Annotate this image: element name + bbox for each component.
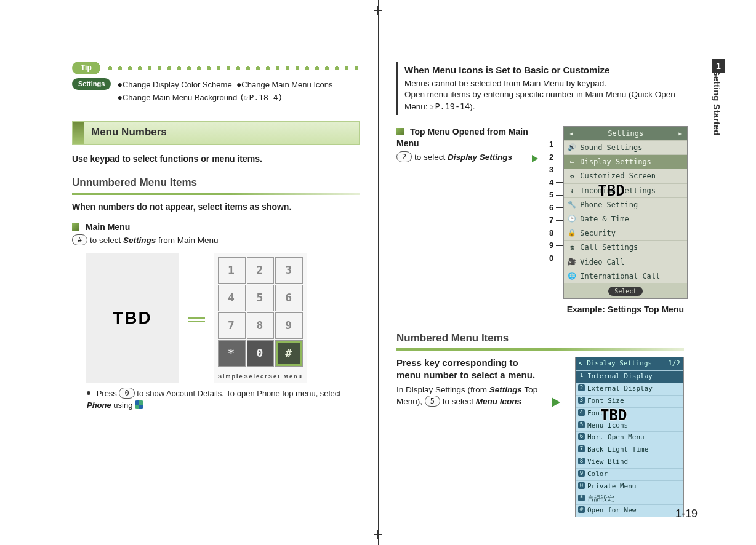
keypad-cell-4: 4	[218, 285, 246, 311]
tip-badge: Tip	[72, 62, 100, 74]
arrow-icon	[552, 397, 565, 407]
list-item: 🔧Phone Setting	[564, 197, 687, 212]
square-bullet-icon	[72, 223, 79, 231]
list-item: 1Internal Display	[576, 370, 683, 383]
nav-left-icon: ◂	[569, 129, 573, 138]
softkey-setmenu: Set Menu	[268, 373, 303, 380]
keypad-cell-7: 7	[218, 312, 246, 339]
list-item: 0Private Menu	[576, 480, 683, 493]
keypad-cell-8: 8	[247, 312, 275, 339]
keypad-cell-0: 0	[247, 340, 275, 367]
keypad-cell-3: 3	[275, 257, 303, 284]
list-item: 2External Display	[576, 383, 683, 395]
numbered-instruction: In Display Settings (from Settings Top M…	[396, 384, 542, 407]
softkey-select: Select	[244, 373, 268, 380]
settings-top-menu-screenshot: ◂ Settings ▸ 🔊Sound Settings ▭Display Se…	[563, 126, 688, 300]
list-item: 5Menu Icons	[576, 420, 683, 432]
list-item: 7Back Light Time	[576, 444, 683, 456]
main-menu-instruction: to select Settings from Main Menu	[90, 236, 219, 245]
dot-rule	[105, 65, 360, 72]
list-item: 9Color	[576, 468, 683, 480]
keypad-cell-1: 1	[218, 257, 246, 284]
list-item: 8View Blind	[576, 456, 683, 468]
list-item: *言語設定	[576, 493, 683, 505]
list-item: ▭Display Settings	[564, 154, 687, 169]
figure-note: Press 0 to show Account Details. To open…	[87, 388, 360, 411]
keypad-mapping-figure: 1 2 3 4 5 6 7 8 9 * 0 # Simple Select Se…	[214, 253, 307, 383]
nav-key-icon	[135, 400, 143, 409]
key-2-icon: 2	[396, 151, 412, 162]
example-caption: Example: Settings Top Menu	[396, 304, 684, 316]
page-number: 1-19	[675, 507, 698, 520]
list-item: 🎥Video Call	[564, 255, 687, 269]
softkey-simple: Simple	[218, 373, 244, 380]
settings-badge: Settings	[72, 78, 111, 90]
tip-text: ●Change Display Color Scheme ●Change Mai…	[117, 78, 332, 104]
list-item: 🌐International Call	[564, 269, 687, 283]
list-item: ✿Customized Screen	[564, 169, 687, 183]
display-settings-screenshot: ↖ Display Settings 1/2 1Internal Display…	[575, 357, 684, 517]
nav-right-icon: ▸	[678, 129, 682, 138]
basic-customize-note: When Menu Icons is Set to Basic or Custo…	[396, 62, 684, 115]
zero-key-icon: 0	[119, 388, 134, 399]
menu-numbers-intro: Use keypad to select functions or menu i…	[72, 153, 360, 165]
chapter-title-tab: Getting Started	[712, 69, 722, 135]
hash-key-icon: #	[72, 234, 87, 245]
key-5-icon: 5	[425, 396, 440, 407]
numbered-heading: Numbered Menu Items	[396, 332, 684, 346]
keypad-cell-6: 6	[275, 285, 303, 311]
list-item: 🕒Date & Time	[564, 212, 687, 226]
list-item: #Open for New	[576, 504, 683, 517]
equals-icon	[188, 317, 205, 319]
square-bullet-icon	[396, 128, 404, 135]
softkey-select: Select	[608, 287, 643, 296]
top-menu-heading: Top Menu Opened from Main Menu	[396, 127, 528, 148]
section-menu-numbers: Menu Numbers	[72, 121, 360, 145]
list-item: ☎Call Settings	[564, 240, 687, 254]
unnumbered-desc: When numbers do not appear, select items…	[72, 201, 360, 213]
list-item: 6Hor. Open Menu	[576, 431, 683, 444]
list-item: 3Font Size	[576, 395, 683, 407]
list-item: 🔊Sound Settings	[564, 140, 687, 154]
keypad-cell-hash: #	[275, 340, 303, 367]
keypad-cell-star: *	[218, 340, 246, 367]
keypad-cell-5: 5	[247, 285, 275, 311]
rule	[72, 193, 360, 195]
keypad-cell-2: 2	[247, 257, 275, 284]
numbered-desc: Press key corresponding to menu number t…	[396, 357, 542, 381]
list-item: ↧Incoming Settings	[564, 183, 687, 197]
unnumbered-heading: Unnumbered Menu Items	[72, 176, 360, 190]
list-item: 4Font	[576, 407, 683, 420]
main-menu-screenshot: TBD	[86, 253, 179, 383]
keypad-cell-9: 9	[275, 312, 303, 339]
list-item: 🔒Security	[564, 226, 687, 240]
rule	[396, 348, 684, 351]
main-menu-label: Main Menu	[86, 222, 130, 232]
